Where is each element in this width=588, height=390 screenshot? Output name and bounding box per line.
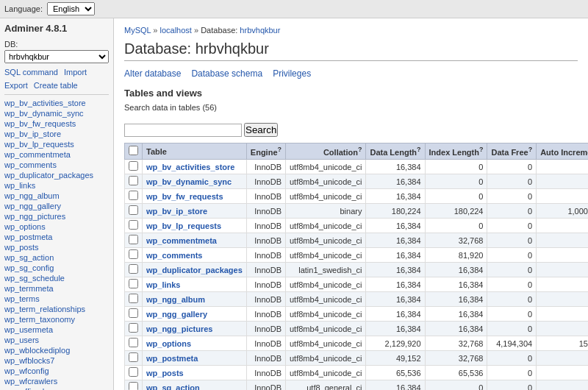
table-row: wp_duplicator_packages InnoDB latin1_swe…: [125, 263, 589, 277]
table-link[interactable]: wp_postmeta: [146, 354, 198, 363]
sidebar-table-wp_wffirechanges[interactable]: wp_wffirechanges: [4, 386, 109, 390]
export-link[interactable]: Export: [4, 81, 28, 90]
table-link[interactable]: wp_posts: [146, 369, 184, 377]
table-link[interactable]: wp_duplicator_packages: [146, 266, 243, 274]
data-length-header[interactable]: Data Length?: [366, 143, 425, 160]
sidebar-table-wp_ngg_album[interactable]: wp_ngg_album: [4, 191, 109, 201]
select-all-checkbox[interactable]: [129, 146, 138, 155]
row-checkbox[interactable]: [129, 323, 138, 333]
sidebar-table-wp_bv_ip_store[interactable]: wp_bv_ip_store: [4, 129, 109, 139]
table-name-cell: wp_bv_ip_store: [143, 204, 247, 219]
sidebar-table-wp_options[interactable]: wp_options: [4, 221, 109, 232]
data-length-cell: 2,129,920: [366, 336, 425, 351]
sidebar-table-wp_ngg_pictures[interactable]: wp_ngg_pictures: [4, 211, 109, 221]
table-link[interactable]: wp_options: [146, 339, 191, 348]
row-checkbox[interactable]: [129, 338, 138, 347]
engine-cell: InnoDB: [246, 366, 285, 380]
table-name-cell: wp_ngg_album: [143, 292, 247, 307]
language-select[interactable]: English: [47, 2, 95, 15]
data-length-cell: 16,384: [366, 307, 425, 322]
sidebar-table-wp_postmeta[interactable]: wp_postmeta: [4, 232, 109, 242]
index-length-cell: 32,768: [425, 233, 487, 248]
search-input[interactable]: [124, 124, 242, 137]
sidebar-table-wp_users[interactable]: wp_users: [4, 335, 109, 345]
row-checkbox[interactable]: [129, 220, 138, 230]
row-checkbox[interactable]: [129, 191, 138, 200]
table-link[interactable]: wp_commentmeta: [146, 236, 217, 245]
row-checkbox[interactable]: [129, 249, 138, 259]
sidebar-table-wp_bv_activities_store[interactable]: wp_bv_activities_store: [4, 98, 109, 108]
table-link[interactable]: wp_bv_fw_requests: [146, 192, 223, 201]
database-schema-link[interactable]: Database schema: [191, 68, 262, 79]
data-length-cell: 16,384: [366, 263, 425, 277]
table-link[interactable]: wp_ngg_gallery: [146, 310, 207, 319]
row-checkbox[interactable]: [129, 161, 138, 171]
row-checkbox[interactable]: [129, 308, 138, 318]
sidebar-table-wp_bv_lp_requests[interactable]: wp_bv_lp_requests: [4, 139, 109, 149]
sidebar-table-wp_term_relationships[interactable]: wp_term_relationships: [4, 304, 109, 314]
table-row: wp_ngg_album InnoDB utf8mb4_unicode_ci 1…: [125, 292, 589, 307]
table-name-cell: wp_bv_fw_requests: [143, 189, 247, 204]
sql-command-link[interactable]: SQL command: [4, 68, 58, 77]
table-link[interactable]: wp_links: [146, 280, 180, 289]
sidebar-table-wp_comments[interactable]: wp_comments: [4, 160, 109, 170]
auto-increment-cell: 1: [537, 189, 588, 204]
sidebar-table-wp_bv_dynamic_sync[interactable]: wp_bv_dynamic_sync: [4, 108, 109, 118]
row-checkbox[interactable]: [129, 367, 138, 377]
sidebar-table-wp_terms[interactable]: wp_terms: [4, 294, 109, 304]
sidebar-table-wp_commentmeta[interactable]: wp_commentmeta: [4, 149, 109, 160]
privileges-link[interactable]: Privileges: [273, 68, 311, 79]
table-link[interactable]: wp_bv_activities_store: [146, 163, 234, 171]
sidebar-table-wp_sg_config[interactable]: wp_sg_config: [4, 263, 109, 273]
auto-increment-header[interactable]: Auto Increment?: [537, 143, 588, 160]
table-link[interactable]: wp_sg_action: [146, 383, 200, 391]
data-free-header[interactable]: Data Free?: [487, 143, 537, 160]
import-link[interactable]: Import: [64, 68, 87, 77]
breadcrumb-db-name[interactable]: hrbvhqkbur: [240, 26, 280, 35]
row-checkbox[interactable]: [129, 279, 138, 288]
sidebar-table-wp_term_taxonomy[interactable]: wp_term_taxonomy: [4, 314, 109, 325]
alter-database-link[interactable]: Alter database: [124, 68, 181, 79]
sidebar-table-wp_duplicator_packages[interactable]: wp_duplicator_packages: [4, 170, 109, 180]
table-name-cell: wp_sg_action: [143, 380, 247, 391]
sidebar-table-wp_posts[interactable]: wp_posts: [4, 242, 109, 252]
sidebar-table-wp_bv_fw_requests[interactable]: wp_bv_fw_requests: [4, 118, 109, 129]
engine-header[interactable]: Engine?: [246, 143, 285, 160]
sidebar-table-wp_wblockediplog[interactable]: wp_wblockediplog: [4, 345, 109, 355]
collation-cell: utf8mb4_unicode_ci: [286, 233, 366, 248]
table-name-header[interactable]: Table: [143, 143, 247, 160]
table-link[interactable]: wp_ngg_pictures: [146, 325, 212, 333]
row-checkbox[interactable]: [129, 382, 138, 390]
row-checkbox[interactable]: [129, 264, 138, 274]
table-link[interactable]: wp_ngg_album: [146, 295, 205, 304]
sidebar-table-wp_links[interactable]: wp_links: [4, 180, 109, 191]
sidebar-table-wp_termmeta[interactable]: wp_termmeta: [4, 283, 109, 294]
index-length-cell: 32,768: [425, 336, 487, 351]
table-link[interactable]: wp_bv_lp_requests: [146, 221, 221, 230]
row-checkbox[interactable]: [129, 235, 138, 244]
row-checkbox[interactable]: [129, 294, 138, 303]
data-length-cell: 16,384: [366, 174, 425, 189]
index-length-header[interactable]: Index Length?: [425, 143, 487, 160]
search-button[interactable]: Search: [244, 123, 278, 137]
sidebar-table-wp_wfconfig[interactable]: wp_wfconfig: [4, 366, 109, 376]
breadcrumb-localhost[interactable]: localhost: [160, 26, 192, 35]
create-table-link[interactable]: Create table: [34, 81, 78, 90]
sidebar-table-wp_wfblocks7[interactable]: wp_wfblocks7: [4, 355, 109, 366]
engine-cell: InnoDB: [246, 248, 285, 263]
sidebar-table-wp_sg_schedule[interactable]: wp_sg_schedule: [4, 273, 109, 283]
sidebar-table-wp_usermeta[interactable]: wp_usermeta: [4, 325, 109, 335]
collation-cell: utf8mb4_unicode_ci: [286, 366, 366, 380]
sidebar-table-wp_sg_action[interactable]: wp_sg_action: [4, 252, 109, 263]
table-link[interactable]: wp_bv_ip_store: [146, 207, 207, 216]
db-select[interactable]: hrbvhqkbur: [4, 50, 109, 63]
sidebar-table-wp_wfcrawlers[interactable]: wp_wfcrawlers: [4, 376, 109, 386]
row-checkbox[interactable]: [129, 352, 138, 362]
table-link[interactable]: wp_comments: [146, 251, 202, 260]
breadcrumb-mysql[interactable]: MySQL: [124, 26, 151, 35]
sidebar-table-wp_ngg_gallery[interactable]: wp_ngg_gallery: [4, 201, 109, 211]
collation-header[interactable]: Collation?: [286, 143, 366, 160]
row-checkbox[interactable]: [129, 205, 138, 215]
row-checkbox[interactable]: [129, 176, 138, 185]
table-link[interactable]: wp_bv_dynamic_sync: [146, 177, 232, 186]
